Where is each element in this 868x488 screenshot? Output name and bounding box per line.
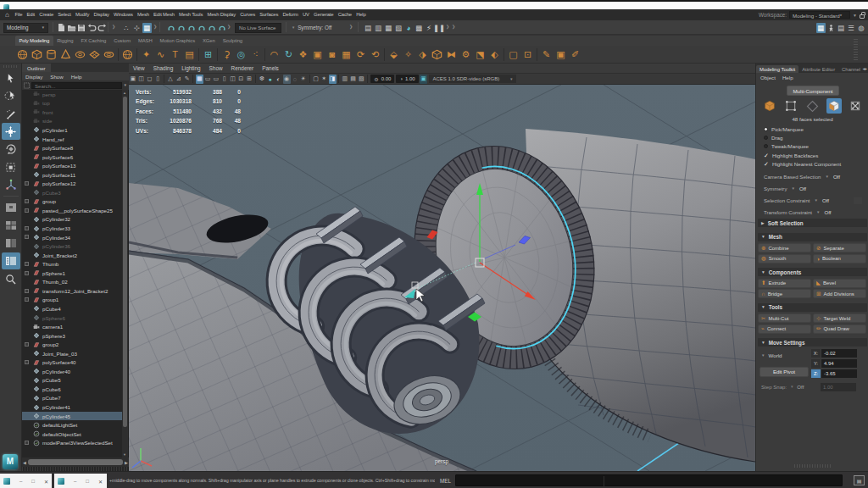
menu-mesh-display[interactable]: Mesh Display [205, 9, 238, 20]
outliner-item-side[interactable]: side [22, 117, 123, 126]
scroll-left-icon[interactable]: ◀ [22, 460, 27, 465]
outliner-item-pcube7[interactable]: pCube7 [22, 394, 123, 403]
search-dropdown-icon[interactable]: ▼ [124, 83, 127, 87]
sweep-mesh-icon[interactable]: ▤ [182, 47, 197, 62]
section-components[interactable]: ▼Components [758, 268, 867, 276]
dropdown-symmetry[interactable]: Symmetry▼Off [764, 185, 806, 192]
resolution-gate-icon[interactable]: ▭ [212, 75, 220, 84]
gear-icon[interactable]: ⚙ [459, 47, 473, 62]
shelf-tab-custom[interactable]: Custom [110, 36, 135, 46]
menu-mesh[interactable]: Mesh [135, 9, 151, 20]
xray-icon[interactable]: ▤ [349, 75, 357, 84]
outliner-persp-layout[interactable] [2, 252, 20, 269]
pencil-icon[interactable]: ✎ [183, 75, 191, 84]
menu-uv[interactable]: UV [300, 9, 311, 20]
poly-disc-icon[interactable] [102, 47, 116, 62]
four-pane-layout[interactable] [2, 217, 20, 234]
group-expand-icon[interactable]: ❯ [452, 24, 455, 29]
combine-icon[interactable]: ❖ [296, 47, 310, 62]
menu-windows[interactable]: Windows [111, 9, 135, 20]
open-scene-icon[interactable] [67, 23, 76, 33]
search-input[interactable]: Search... [31, 82, 122, 89]
radio-tweak-marquee[interactable]: Tweak/Marquee [764, 142, 809, 150]
3d-scene[interactable] [129, 85, 755, 471]
outliner-item-transform12-joint-bracket2[interactable]: transform12_Joint_Bracket2 [22, 286, 123, 296]
menu-set-dropdown[interactable]: Modeling▼ [3, 23, 48, 33]
axis-orientation-dropdown[interactable]: ▼World [760, 351, 809, 360]
button-connect[interactable]: ⌁Connect [758, 324, 811, 334]
snap-point-icon[interactable] [187, 23, 197, 33]
expand-box[interactable] [25, 199, 29, 203]
exposure-field[interactable]: ⚙0.00 [370, 75, 394, 83]
outliner-item-pasted-polysurfaceshape25[interactable]: pasted__polySurfaceShape25 [22, 206, 123, 215]
render-frame-icon[interactable]: ▥ [374, 23, 383, 33]
outliner-item-pcylinder33[interactable]: pCylinder33 [22, 224, 123, 233]
tab-attribute-editor[interactable]: Attribute Editor [798, 65, 838, 73]
joints-xray-icon[interactable]: ▧ [358, 75, 365, 84]
ipr-render-icon[interactable]: ▦ [384, 23, 393, 33]
section-move-settings[interactable]: ▼Move Settings [758, 338, 867, 347]
lights-icon[interactable]: ◉ [283, 75, 291, 84]
outliner-item-psphere3[interactable]: pSphere3 [22, 331, 123, 341]
lock-icon[interactable] [860, 14, 865, 19]
workspace-dropdown[interactable]: Modeling - Standard* [789, 11, 850, 19]
safe-title-icon[interactable]: ⊞ [246, 75, 253, 84]
outliner-item-defaultlightset[interactable]: defaultLightSet [22, 420, 123, 430]
outliner-item-polysurface13[interactable]: polySurface13 [22, 161, 123, 170]
select-component-icon[interactable]: ▦ [142, 23, 152, 33]
viewport-menu-view[interactable]: View [133, 65, 145, 71]
gamma-field[interactable]: ◑1.00 [396, 75, 418, 83]
snap-grid-icon[interactable] [167, 23, 176, 33]
outliner-horizontal-scrollbar[interactable]: ◀▶ [22, 458, 129, 467]
quad-draw-pen-icon[interactable]: ✎ [539, 47, 554, 62]
render-settings-icon[interactable]: ▩ [415, 23, 424, 33]
mirror-icon[interactable]: ⧓ [444, 47, 459, 62]
make-live-icon[interactable] [218, 23, 227, 33]
dropdown-camera-based-selection[interactable]: Camera Based Selection▼Off [764, 173, 840, 180]
grease-pencil-icon[interactable]: △ [167, 75, 175, 84]
panel-resize-handle[interactable] [794, 464, 832, 468]
outliner-item-psphere6[interactable]: pSphere6 [22, 313, 123, 323]
motion-blur-icon[interactable]: ▢ [312, 75, 320, 84]
expand-box[interactable] [25, 289, 29, 293]
button-multi-cut[interactable]: ✂Multi-Cut [758, 313, 811, 323]
button-add-divisions[interactable]: ⊞Add Divisions [813, 289, 866, 298]
shelf-resize-handle[interactable] [854, 38, 858, 60]
pan-zoom-2-icon[interactable]: ◻ [146, 75, 153, 84]
outliner-item-polysurface8[interactable]: polySurface8 [22, 143, 123, 152]
translate-z-field[interactable]: -3.65 [821, 369, 857, 378]
outliner-item-pcube4[interactable]: pCube4 [22, 304, 123, 313]
view-transform-dropdown[interactable]: ACES 1.0 SDR-video (sRGB)▼ [429, 75, 516, 83]
menu-mesh-tools[interactable]: Mesh Tools [177, 9, 205, 20]
shadows-icon[interactable]: ◌ [291, 75, 298, 84]
constraint-icon[interactable]: ◎ [234, 47, 248, 62]
outliner-item-top[interactable]: top [22, 99, 123, 108]
group-expand-icon[interactable]: ❯ [227, 24, 231, 29]
tab-scroll-icons[interactable]: ◂▸ [862, 66, 868, 73]
tab-modeling-toolkit[interactable]: Modeling Toolkit [756, 65, 798, 73]
button-smooth[interactable]: ◍Smooth [758, 254, 811, 263]
gate-mask-icon[interactable]: ▯ [220, 75, 228, 84]
menu-file[interactable]: File [13, 9, 25, 20]
uv-snapshot-icon[interactable]: ⊡ [520, 47, 535, 62]
pause-viewport-icon[interactable]: ❚❚ [435, 23, 444, 33]
button-quad-draw[interactable]: ✏Quad Draw [813, 324, 866, 334]
button-bridge[interactable]: ∩Bridge [758, 289, 811, 298]
shelf-tab-sculpting[interactable]: Sculpting [219, 36, 246, 46]
outliner-item-polysurface40[interactable]: polySurface40 [22, 358, 123, 368]
create-polygon-icon[interactable]: ✦ [139, 47, 153, 62]
outliner-item-pcylinder40[interactable]: pCylinder40 [22, 367, 123, 376]
maximize-icon[interactable]: □ [31, 479, 35, 484]
wireframe-mode-icon[interactable]: ❆ [258, 75, 265, 84]
zoom-tool[interactable] [2, 270, 20, 287]
viewport-camera-icon[interactable]: ▣ [129, 75, 136, 84]
outliner-item-psphere1[interactable]: pSphere1 [22, 269, 123, 278]
outliner-menu-help[interactable]: Help [71, 74, 82, 80]
outliner-item-pcylinder41[interactable]: pCylinder41 [22, 402, 123, 412]
outliner-item-pcylinder1[interactable]: pCylinder1 [22, 125, 123, 135]
uv-mode-icon[interactable] [848, 98, 863, 114]
shelf-tab-mash[interactable]: MASH [134, 36, 156, 46]
multisample-icon[interactable]: ✶ [320, 75, 328, 84]
menu-edit[interactable]: Edit [25, 9, 37, 20]
new-scene-icon[interactable] [57, 23, 66, 33]
